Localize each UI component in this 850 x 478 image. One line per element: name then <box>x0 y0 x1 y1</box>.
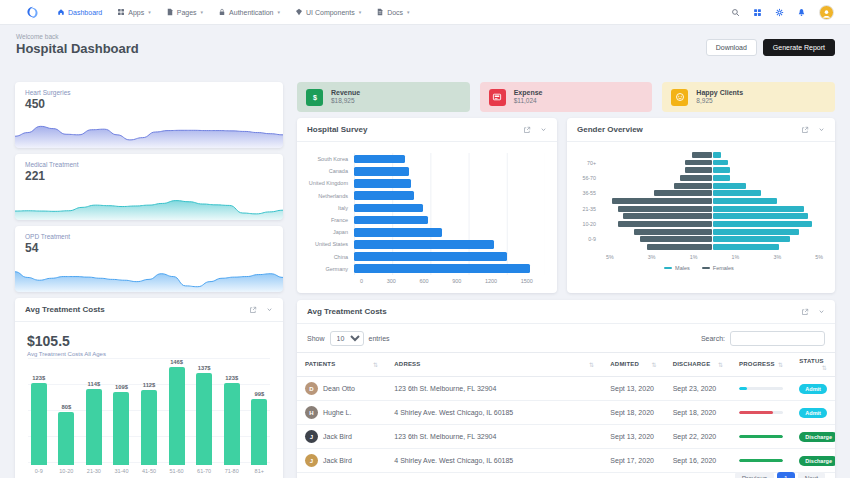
x-tick-label: 600 <box>419 278 428 284</box>
bar <box>354 216 428 225</box>
pyramid-row <box>575 182 823 190</box>
avg-cost-amount: $105.5 <box>15 322 283 349</box>
nav-item-dashboard[interactable]: Dashboard <box>57 8 102 16</box>
nav-item-pages[interactable]: Pages▾ <box>166 8 203 16</box>
external-link-icon[interactable] <box>801 126 809 134</box>
pagination-next[interactable]: Next <box>798 472 825 478</box>
column-header-discharge[interactable]: Discharge⇅ <box>665 353 731 377</box>
stat-value: $11,024 <box>514 97 543 105</box>
chevron-down-icon[interactable] <box>818 308 825 315</box>
progress-bar <box>739 435 783 438</box>
sort-icon: ⇅ <box>822 364 827 371</box>
pyramid-row: 36-55 <box>575 189 823 197</box>
bar <box>251 399 267 465</box>
cell-patient: DDean Otto <box>297 377 386 401</box>
search-icon[interactable] <box>731 8 740 17</box>
download-button[interactable]: Download <box>706 39 757 56</box>
males-bar <box>713 221 813 227</box>
patient-cell: DDean Otto <box>305 382 378 395</box>
cost-stack: 123$ <box>28 358 50 465</box>
bar-value-label: 112$ <box>143 382 156 388</box>
cell-status: Discharge <box>791 425 835 449</box>
bar-track <box>354 202 545 214</box>
bell-icon[interactable] <box>797 8 806 17</box>
external-link-icon[interactable] <box>523 126 531 134</box>
chevron-down-icon[interactable] <box>540 126 547 133</box>
males-bar <box>713 160 729 166</box>
external-link-icon[interactable] <box>249 306 257 314</box>
avatar: D <box>305 382 318 395</box>
x-tick-label: 81+ <box>249 465 271 476</box>
cost-stack: 146$ <box>166 358 188 465</box>
x-axis: 5%3%1%1%3%5% <box>606 251 823 260</box>
external-link-icon[interactable] <box>801 308 809 316</box>
males-bar <box>713 244 780 250</box>
column-header-adress[interactable]: Adress⇅ <box>386 353 602 377</box>
nav-item-docs[interactable]: Docs▾ <box>376 8 409 16</box>
legend-swatch <box>702 267 710 269</box>
status-badge: Discharge <box>799 432 835 442</box>
y-axis-label: South Korea <box>307 156 354 162</box>
heart-surgeries-sparkline <box>15 116 283 148</box>
generate-report-button[interactable]: Generate Report <box>763 39 835 56</box>
survey-row: France <box>307 214 545 226</box>
chevron-down-icon[interactable] <box>818 126 825 133</box>
pyramid-row: 56-70 <box>575 174 823 182</box>
header-actions: Download Generate Report <box>706 39 835 56</box>
bar-track <box>601 190 823 196</box>
patient-cell: JJack Bird <box>305 430 378 443</box>
pagination-page-1[interactable]: 1 <box>777 472 795 478</box>
females-bar <box>618 221 711 227</box>
y-axis-label: Germany <box>307 266 354 272</box>
status-badge: Admit <box>799 408 827 418</box>
females-bar <box>685 160 712 166</box>
pagination-previous[interactable]: Previous <box>735 472 774 478</box>
grid-icon[interactable] <box>753 8 762 17</box>
progress-bar <box>739 459 783 462</box>
table-row: DDean Otto123 6th St. Melbourne, FL 3290… <box>297 377 835 401</box>
cost-stack: 80$ <box>56 358 78 465</box>
cost-stack: 123$ <box>221 358 243 465</box>
stat-value: 8,925 <box>696 97 743 105</box>
cell-address: 4 Shirley Ave. West Chicago, IL 60185 <box>386 401 602 425</box>
brand-logo-icon[interactable] <box>26 6 39 19</box>
table-search-input[interactable] <box>730 331 825 346</box>
bar-track <box>601 206 823 212</box>
nav-item-label: UI Components <box>306 9 355 16</box>
user-avatar[interactable] <box>819 5 834 20</box>
nav-item-label: Authentication <box>229 9 273 16</box>
bar <box>86 389 102 465</box>
females-bar <box>685 167 712 173</box>
status-badge: Admit <box>799 384 827 394</box>
nav-item-authentication[interactable]: Authentication▾ <box>218 8 280 16</box>
x-tick-label: 3% <box>773 254 781 260</box>
heart-surgeries-card: Heart Surgeries 450 <box>15 82 283 148</box>
cell-address: 4 Shirley Ave. West Chicago, IL 60185 <box>386 449 602 473</box>
opd-treatment-card: OPD Treatment 54 <box>15 226 283 292</box>
females-bar <box>674 183 712 189</box>
x-tick-label: 1% <box>690 254 698 260</box>
males-bar <box>713 236 791 242</box>
column-header-admited[interactable]: Admited⇅ <box>602 353 664 377</box>
column-header-patients[interactable]: Patients⇅ <box>297 353 386 377</box>
column-header-status[interactable]: Status⇅ <box>791 353 835 377</box>
gear-icon[interactable] <box>775 8 784 17</box>
column-header-progress[interactable]: Progress⇅ <box>731 353 791 377</box>
males-bar <box>713 190 762 196</box>
page-size-select[interactable]: 10 <box>330 331 364 346</box>
bar-track <box>601 198 823 204</box>
nav-item-apps[interactable]: Apps▾ <box>117 8 150 16</box>
sort-icon: ⇅ <box>651 361 656 368</box>
survey-row: Germany <box>307 263 545 275</box>
legend: MalesFemales <box>575 260 823 271</box>
chevron-down-icon[interactable] <box>266 306 273 313</box>
column-label: Status <box>799 358 823 364</box>
y-axis-label: China <box>307 254 354 260</box>
cell-discharge: Sept 16, 2020 <box>665 473 731 478</box>
hospital-survey-card: Hospital Survey South KoreaCanadaUnited … <box>297 118 557 293</box>
x-tick-label: 1200 <box>485 278 497 284</box>
gender-pyramid-chart: 70+56-7036-5521-3510-200-95%3%1%1%3%5%Ma… <box>567 142 835 271</box>
cell-patient: JJack Bird <box>297 425 386 449</box>
sort-icon: ⇅ <box>778 361 783 368</box>
nav-item-ui-components[interactable]: UI Components▾ <box>295 8 361 16</box>
